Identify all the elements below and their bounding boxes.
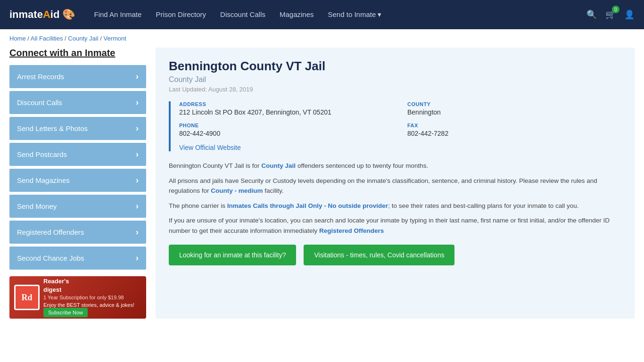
nav-discount-calls[interactable]: Discount Calls — [220, 10, 265, 19]
sidebar-label-send-postcards: Send Postcards — [17, 150, 67, 158]
info-grid: ADDRESS 212 Lincoln St PO Box 4207, Benn… — [179, 101, 621, 137]
cart-badge: 0 — [612, 6, 619, 13]
sidebar-label-send-money: Send Money — [17, 202, 57, 210]
description-4: If you are unsure of your inmate's locat… — [169, 215, 621, 236]
sidebar-item-registered-offenders[interactable]: Registered Offenders › — [9, 221, 146, 244]
cart-icon-wrap[interactable]: 🛒 0 — [605, 9, 616, 20]
sidebar-item-second-chance-jobs[interactable]: Second Chance Jobs › — [9, 247, 146, 270]
registered-offenders-link[interactable]: Registered Offenders — [319, 227, 384, 234]
sidebar-item-discount-calls[interactable]: Discount Calls › — [9, 91, 146, 114]
nav-links: Find An Inmate Prison Directory Discount… — [94, 10, 586, 19]
breadcrumb-home[interactable]: Home — [9, 35, 26, 42]
main-container: Connect with an Inmate Arrest Records › … — [0, 48, 644, 328]
ad-logo: Rd — [14, 285, 40, 310]
nav-send-to-inmate[interactable]: Send to Inmate ▾ — [328, 10, 586, 19]
county-block: COUNTY Bennington — [407, 101, 621, 116]
breadcrumb-all-facilities[interactable]: All Facilities — [31, 35, 63, 42]
description-1: Bennington County VT Jail is for County … — [169, 161, 621, 171]
sidebar-item-send-money[interactable]: Send Money › — [9, 195, 146, 218]
logo[interactable]: inmateAid 🎨 — [9, 8, 75, 21]
breadcrumb: Home / All Facilities / County Jail / Ve… — [0, 29, 644, 48]
description-3: The phone carrier is Inmates Calls throu… — [169, 201, 621, 211]
user-icon[interactable]: 👤 — [624, 9, 635, 20]
sidebar-label-arrest-records: Arrest Records — [17, 73, 64, 81]
website-link-wrap: View Official Website — [179, 144, 621, 151]
fax-block: FAX 802-442-7282 — [407, 123, 621, 137]
ad-subscribe-button[interactable]: Subscribe Now — [43, 308, 88, 317]
chevron-right-icon: › — [136, 123, 139, 133]
chevron-right-icon: › — [136, 98, 139, 107]
ad-text: Reader's digest 1 Year Subscription for … — [43, 278, 134, 317]
nav-magazines[interactable]: Magazines — [280, 10, 314, 19]
facility-title: Bennington County VT Jail — [169, 59, 621, 74]
inmates-calls-link[interactable]: Inmates Calls through Jail Only - No out… — [227, 202, 388, 209]
fax-label: FAX — [407, 123, 621, 128]
sidebar-title: Connect with an Inmate — [9, 48, 146, 58]
ad-title: Reader's — [43, 278, 134, 285]
chevron-right-icon: › — [136, 149, 139, 159]
county-value: Bennington — [407, 108, 621, 116]
sidebar-label-second-chance-jobs: Second Chance Jobs — [17, 254, 84, 262]
county-jail-link[interactable]: County Jail — [261, 162, 296, 169]
sidebar-label-registered-offenders: Registered Offenders — [17, 228, 84, 236]
ad-desc: Enjoy the BEST stories, advice & jokes! — [43, 302, 134, 308]
chevron-right-icon: › — [136, 72, 139, 82]
visitations-button[interactable]: Visitations - times, rules, Covid cancel… — [304, 245, 454, 265]
sidebar-item-arrest-records[interactable]: Arrest Records › — [9, 65, 146, 88]
chevron-right-icon: › — [136, 253, 139, 263]
breadcrumb-county-jail[interactable]: County Jail — [68, 35, 98, 42]
facility-updated: Last Updated: August 28, 2019 — [169, 86, 621, 93]
ad-subtitle: 1 Year Subscription for only $19.98 — [43, 295, 134, 300]
sidebar-label-send-magazines: Send Magazines — [17, 176, 70, 184]
navigation: inmateAid 🎨 Find An Inmate Prison Direct… — [0, 0, 644, 29]
ad-logo-text: Rd — [21, 293, 32, 303]
phone-value: 802-442-4900 — [179, 130, 393, 137]
address-label: ADDRESS — [179, 101, 393, 107]
fax-value: 802-442-7282 — [407, 130, 621, 137]
breadcrumb-state[interactable]: Vermont — [103, 35, 126, 42]
chevron-right-icon: › — [136, 175, 139, 185]
nav-find-inmate[interactable]: Find An Inmate — [94, 10, 141, 19]
facility-subtitle: County Jail — [169, 75, 621, 84]
nav-prison-directory[interactable]: Prison Directory — [156, 10, 206, 19]
chevron-right-icon: › — [136, 201, 139, 211]
sidebar-label-send-letters: Send Letters & Photos — [17, 124, 88, 132]
sidebar: Connect with an Inmate Arrest Records › … — [9, 48, 146, 319]
ad-banner: Rd Reader's digest 1 Year Subscription f… — [9, 276, 146, 319]
description-2: All prisons and jails have Security or C… — [169, 176, 621, 196]
facility-info-section: ADDRESS 212 Lincoln St PO Box 4207, Benn… — [169, 101, 621, 151]
phone-block: PHONE 802-442-4900 — [179, 123, 393, 137]
sidebar-item-send-magazines[interactable]: Send Magazines › — [9, 169, 146, 192]
nav-right-icons: 🔍 🛒 0 👤 — [586, 9, 635, 20]
address-block: ADDRESS 212 Lincoln St PO Box 4207, Benn… — [179, 101, 393, 116]
address-value: 212 Lincoln St PO Box 4207, Bennington, … — [179, 108, 393, 116]
chevron-right-icon: › — [136, 227, 139, 237]
county-label: COUNTY — [407, 101, 621, 107]
sidebar-item-send-postcards[interactable]: Send Postcards › — [9, 143, 146, 166]
search-icon[interactable]: 🔍 — [586, 9, 597, 20]
phone-label: PHONE — [179, 123, 393, 128]
county-medium-link[interactable]: County - medium — [211, 187, 263, 194]
looking-for-inmate-button[interactable]: Looking for an inmate at this facility? — [169, 245, 296, 265]
sidebar-label-discount-calls: Discount Calls — [17, 99, 62, 107]
content-area: Bennington County VT Jail County Jail La… — [156, 48, 635, 319]
action-buttons: Looking for an inmate at this facility? … — [169, 245, 621, 265]
logo-text: inmateAid 🎨 — [9, 8, 75, 21]
ad-title2: digest — [43, 286, 134, 293]
sidebar-item-send-letters[interactable]: Send Letters & Photos › — [9, 117, 146, 140]
website-link[interactable]: View Official Website — [179, 144, 241, 151]
